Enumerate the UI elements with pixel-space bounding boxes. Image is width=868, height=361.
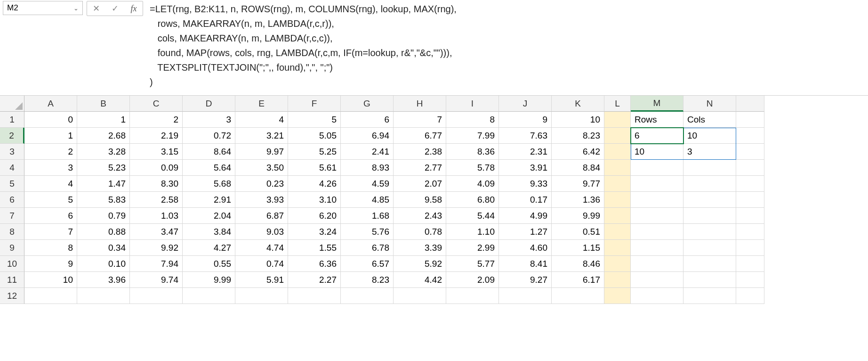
row-header-9[interactable]: 9 <box>0 240 24 256</box>
cell-E4[interactable]: 3.50 <box>235 160 288 176</box>
cell-B6[interactable]: 5.83 <box>77 192 130 208</box>
cell-M12[interactable] <box>631 288 683 304</box>
name-box-dropdown-icon[interactable]: ⌄ <box>73 5 79 12</box>
cell-N3[interactable]: 3 <box>683 144 736 160</box>
cell-N9[interactable] <box>683 240 736 256</box>
cell-E9[interactable]: 4.74 <box>235 240 288 256</box>
column-header-C[interactable]: C <box>130 96 183 112</box>
cell-F7[interactable]: 6.20 <box>288 208 341 224</box>
cell-F3[interactable]: 5.25 <box>288 144 341 160</box>
cell-C7[interactable]: 1.03 <box>130 208 183 224</box>
row-header-2[interactable]: 2 <box>0 128 24 144</box>
cell-C2[interactable]: 2.19 <box>130 128 183 144</box>
row-header-12[interactable]: 12 <box>0 288 24 304</box>
cell-D4[interactable]: 5.64 <box>183 160 235 176</box>
cell-F5[interactable]: 4.26 <box>288 176 341 192</box>
cell-H5[interactable]: 2.07 <box>394 176 446 192</box>
cell-K3[interactable]: 6.42 <box>552 144 604 160</box>
fx-icon[interactable]: fx <box>125 1 143 16</box>
cell-G1[interactable]: 6 <box>341 112 394 128</box>
cell-N6[interactable] <box>683 192 736 208</box>
cell-A9[interactable]: 8 <box>24 240 77 256</box>
cell-N5[interactable] <box>683 176 736 192</box>
cell-D8[interactable]: 3.84 <box>183 224 235 240</box>
cell-H7[interactable]: 2.43 <box>394 208 446 224</box>
cell-J11[interactable]: 9.27 <box>499 272 552 288</box>
cell-O9[interactable] <box>736 240 764 256</box>
cell-J4[interactable]: 3.91 <box>499 160 552 176</box>
cell-J7[interactable]: 4.99 <box>499 208 552 224</box>
cell-H2[interactable]: 6.77 <box>394 128 446 144</box>
column-header-G[interactable]: G <box>341 96 394 112</box>
cell-J5[interactable]: 9.33 <box>499 176 552 192</box>
cell-M9[interactable] <box>631 240 683 256</box>
formula-input[interactable]: =LET(rng, B2:K11, n, ROWS(rng), m, COLUM… <box>147 1 865 90</box>
row-header-6[interactable]: 6 <box>0 192 24 208</box>
cell-A12[interactable] <box>24 288 77 304</box>
cell-F10[interactable]: 6.36 <box>288 256 341 272</box>
cell-B12[interactable] <box>77 288 130 304</box>
cell-M4[interactable] <box>631 160 683 176</box>
cell-O11[interactable] <box>736 272 764 288</box>
cell-N7[interactable] <box>683 208 736 224</box>
cell-I2[interactable]: 7.99 <box>446 128 499 144</box>
cell-C8[interactable]: 3.47 <box>130 224 183 240</box>
cell-K11[interactable]: 6.17 <box>552 272 604 288</box>
cell-K2[interactable]: 8.23 <box>552 128 604 144</box>
cell-M8[interactable] <box>631 224 683 240</box>
cell-E7[interactable]: 6.87 <box>235 208 288 224</box>
cell-G11[interactable]: 8.23 <box>341 272 394 288</box>
cell-L4[interactable] <box>604 160 631 176</box>
column-header-A[interactable]: A <box>24 96 77 112</box>
cell-N8[interactable] <box>683 224 736 240</box>
cell-J6[interactable]: 0.17 <box>499 192 552 208</box>
cell-D9[interactable]: 4.27 <box>183 240 235 256</box>
cell-A4[interactable]: 3 <box>24 160 77 176</box>
cell-D2[interactable]: 0.72 <box>183 128 235 144</box>
cell-O7[interactable] <box>736 208 764 224</box>
cell-G12[interactable] <box>341 288 394 304</box>
cell-C10[interactable]: 7.94 <box>130 256 183 272</box>
cell-H8[interactable]: 0.78 <box>394 224 446 240</box>
cell-L8[interactable] <box>604 224 631 240</box>
cell-O10[interactable] <box>736 256 764 272</box>
cell-K8[interactable]: 0.51 <box>552 224 604 240</box>
name-box[interactable]: M2 ⌄ <box>3 1 83 15</box>
cell-I3[interactable]: 8.36 <box>446 144 499 160</box>
cell-A2[interactable]: 1 <box>24 128 77 144</box>
column-header-blank[interactable] <box>736 96 764 112</box>
cell-J12[interactable] <box>499 288 552 304</box>
column-header-N[interactable]: N <box>683 96 736 112</box>
cell-F11[interactable]: 2.27 <box>288 272 341 288</box>
cell-O1[interactable] <box>736 112 764 128</box>
cell-L12[interactable] <box>604 288 631 304</box>
row-header-3[interactable]: 3 <box>0 144 24 160</box>
cell-M3[interactable]: 10 <box>631 144 683 160</box>
cell-D11[interactable]: 9.99 <box>183 272 235 288</box>
cell-K12[interactable] <box>552 288 604 304</box>
column-header-I[interactable]: I <box>446 96 499 112</box>
cell-I8[interactable]: 1.10 <box>446 224 499 240</box>
cell-E3[interactable]: 9.97 <box>235 144 288 160</box>
cell-B9[interactable]: 0.34 <box>77 240 130 256</box>
cell-L9[interactable] <box>604 240 631 256</box>
cell-L5[interactable] <box>604 176 631 192</box>
column-header-B[interactable]: B <box>77 96 130 112</box>
cell-O12[interactable] <box>736 288 764 304</box>
cell-B4[interactable]: 5.23 <box>77 160 130 176</box>
cell-B11[interactable]: 3.96 <box>77 272 130 288</box>
cell-D12[interactable] <box>183 288 235 304</box>
cell-G6[interactable]: 4.85 <box>341 192 394 208</box>
cell-E10[interactable]: 0.74 <box>235 256 288 272</box>
column-header-J[interactable]: J <box>499 96 552 112</box>
cell-E1[interactable]: 4 <box>235 112 288 128</box>
column-header-E[interactable]: E <box>235 96 288 112</box>
cell-N10[interactable] <box>683 256 736 272</box>
row-header-7[interactable]: 7 <box>0 208 24 224</box>
cell-A1[interactable]: 0 <box>24 112 77 128</box>
column-header-K[interactable]: K <box>552 96 604 112</box>
cell-N11[interactable] <box>683 272 736 288</box>
cell-M2[interactable]: 6 <box>631 128 683 144</box>
cell-D3[interactable]: 8.64 <box>183 144 235 160</box>
cell-A8[interactable]: 7 <box>24 224 77 240</box>
